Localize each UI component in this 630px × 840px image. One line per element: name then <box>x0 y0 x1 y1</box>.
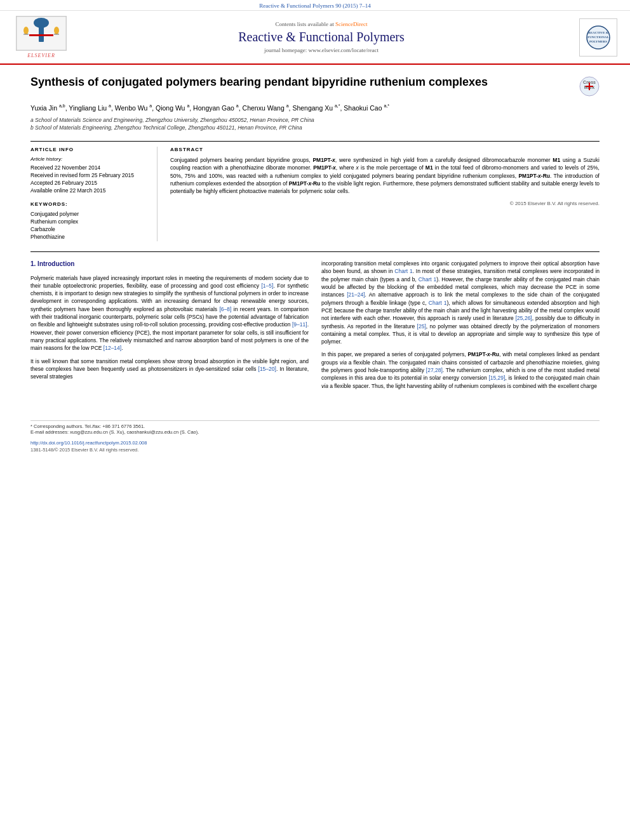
sciencedirect-line: Contents lists available at ScienceDirec… <box>70 21 573 27</box>
footer-divider <box>30 420 600 421</box>
keywords-label: Keywords: <box>30 201 148 207</box>
journal-homepage: journal homepage: www.elsevier.com/locat… <box>70 47 573 53</box>
svg-point-2 <box>34 18 49 28</box>
elsevier-logo-image <box>16 16 67 51</box>
article-info-column: Article Info Article history: Received 2… <box>30 147 158 241</box>
footer-copyright: 1381-5148/© 2015 Elsevier B.V. All right… <box>30 447 600 453</box>
svg-point-4 <box>23 27 29 34</box>
crossmark-logo: Cross Mark <box>579 76 600 97</box>
keyword-2: Ruthenium complex <box>30 218 148 225</box>
abstract-column: Abstract Conjugated polymers bearing pen… <box>170 147 600 241</box>
right-para-1: incorporating transition metal complexes… <box>321 260 600 345</box>
svg-text:FUNCTIONAL: FUNCTIONAL <box>587 36 609 39</box>
received-date: Received 22 November 2014 <box>30 164 148 171</box>
revised-date: Received in revised form 25 February 201… <box>30 172 148 178</box>
article-history: Article history: Received 22 November 20… <box>30 156 148 194</box>
keyword-3: Carbazole <box>30 226 148 232</box>
svg-rect-3 <box>29 34 53 36</box>
journal-header: ELSEVIER Contents lists available at Sci… <box>0 11 630 65</box>
affiliations: a School of Materials Science and Engine… <box>30 117 600 132</box>
intro-heading: 1. Introduction <box>30 260 309 269</box>
abstract-label: Abstract <box>170 147 600 152</box>
body-col-left: 1. Introduction Polymeric materials have… <box>30 260 309 395</box>
online-date: Available online 22 March 2015 <box>30 187 148 194</box>
accepted-date: Accepted 26 February 2015 <box>30 180 148 186</box>
footnotes: * Corresponding authors. Tel./fax: +86 3… <box>0 423 630 435</box>
svg-point-5 <box>54 27 59 34</box>
email-note: E-mail addresses: xusg@zzu.edu.cn (S. Xu… <box>30 429 600 435</box>
journal-logo-right: REACTIVE & FUNCTIONAL POLYMERS <box>573 18 617 57</box>
sciencedirect-link[interactable]: ScienceDirect <box>335 21 367 27</box>
history-label: Article history: <box>30 156 148 162</box>
affiliation-1: a School of Materials Science and Engine… <box>30 117 600 124</box>
journal-ref-bar: Reactive & Functional Polymers 90 (2015)… <box>0 0 630 11</box>
body-col-right: incorporating transition metal complexes… <box>321 260 600 395</box>
footer-bottom: http://dx.doi.org/10.1016/j.reactfunctpo… <box>0 439 630 454</box>
authors-line: Yuxia Jin a,b, Yingliang Liu a, Wenbo Wu… <box>30 103 600 113</box>
corresponding-note: * Corresponding authors. Tel./fax: +86 3… <box>30 423 600 429</box>
article-info-label: Article Info <box>30 147 148 152</box>
journal-logo-box: REACTIVE & FUNCTIONAL POLYMERS <box>579 18 617 57</box>
right-para-2: In this paper, we prepared a series of c… <box>321 350 600 390</box>
body-columns: 1. Introduction Polymeric materials have… <box>30 251 600 395</box>
article-title-row: Synthesis of conjugated polymers bearing… <box>30 75 600 97</box>
elsevier-logo-container: ELSEVIER <box>13 16 70 58</box>
journal-center-header: Contents lists available at ScienceDirec… <box>70 21 573 53</box>
article-info-abstract: Article Info Article history: Received 2… <box>30 141 600 241</box>
copyright-line: © 2015 Elsevier B.V. All rights reserved… <box>170 201 600 206</box>
elsevier-brand-text: ELSEVIER <box>27 53 55 58</box>
affiliation-2: b School of Materials Engineering, Zheng… <box>30 124 600 132</box>
keyword-4: Phenothiazine <box>30 234 148 240</box>
main-content: Synthesis of conjugated polymers bearing… <box>0 65 630 408</box>
intro-para-1: Polymeric materials have played increasi… <box>30 274 309 352</box>
keywords-section: Keywords: Conjugated polymer Ruthenium c… <box>30 201 148 240</box>
article-title-text: Synthesis of conjugated polymers bearing… <box>30 75 573 90</box>
keyword-1: Conjugated polymer <box>30 211 148 217</box>
journal-title: Reactive & Functional Polymers <box>70 30 573 44</box>
svg-text:POLYMERS: POLYMERS <box>589 40 607 43</box>
svg-text:REACTIVE &: REACTIVE & <box>588 31 608 34</box>
intro-para-2: It is well known that some transition me… <box>30 357 309 381</box>
doi-link[interactable]: http://dx.doi.org/10.1016/j.reactfunctpo… <box>30 440 600 446</box>
abstract-text: Conjugated polymers bearing pendant bipy… <box>170 156 600 196</box>
journal-ref-text: Reactive & Functional Polymers 90 (2015)… <box>259 3 370 9</box>
